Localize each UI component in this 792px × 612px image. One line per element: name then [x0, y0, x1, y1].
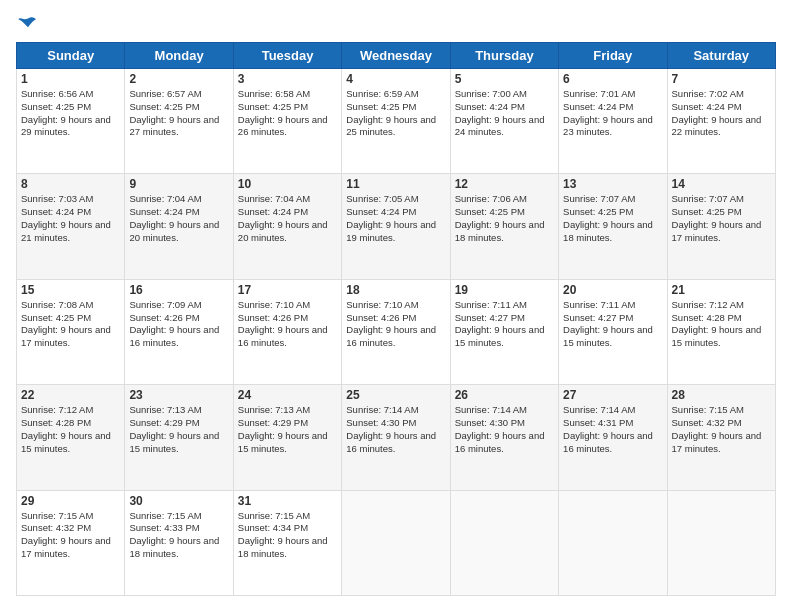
day-number: 18 [346, 283, 445, 297]
calendar-cell: 3Sunrise: 6:58 AMSunset: 4:25 PMDaylight… [233, 69, 341, 174]
cell-text: Sunrise: 7:01 AMSunset: 4:24 PMDaylight:… [563, 88, 653, 137]
cell-text: Sunrise: 7:14 AMSunset: 4:30 PMDaylight:… [455, 404, 545, 453]
day-number: 7 [672, 72, 771, 86]
calendar-cell: 20Sunrise: 7:11 AMSunset: 4:27 PMDayligh… [559, 279, 667, 384]
day-number: 27 [563, 388, 662, 402]
day-number: 3 [238, 72, 337, 86]
day-number: 10 [238, 177, 337, 191]
cell-text: Sunrise: 7:07 AMSunset: 4:25 PMDaylight:… [672, 193, 762, 242]
calendar-cell [559, 490, 667, 595]
calendar-cell [667, 490, 775, 595]
day-number: 25 [346, 388, 445, 402]
day-number: 16 [129, 283, 228, 297]
day-number: 23 [129, 388, 228, 402]
logo-bird-icon [18, 16, 38, 32]
calendar-cell: 1Sunrise: 6:56 AMSunset: 4:25 PMDaylight… [17, 69, 125, 174]
day-number: 4 [346, 72, 445, 86]
calendar-cell: 30Sunrise: 7:15 AMSunset: 4:33 PMDayligh… [125, 490, 233, 595]
calendar-cell: 4Sunrise: 6:59 AMSunset: 4:25 PMDaylight… [342, 69, 450, 174]
cell-text: Sunrise: 7:02 AMSunset: 4:24 PMDaylight:… [672, 88, 762, 137]
day-number: 6 [563, 72, 662, 86]
cell-text: Sunrise: 7:11 AMSunset: 4:27 PMDaylight:… [455, 299, 545, 348]
calendar-cell: 27Sunrise: 7:14 AMSunset: 4:31 PMDayligh… [559, 385, 667, 490]
logo-text [16, 16, 38, 32]
calendar-day-header: Friday [559, 43, 667, 69]
cell-text: Sunrise: 7:10 AMSunset: 4:26 PMDaylight:… [238, 299, 328, 348]
cell-text: Sunrise: 7:12 AMSunset: 4:28 PMDaylight:… [672, 299, 762, 348]
calendar-cell: 18Sunrise: 7:10 AMSunset: 4:26 PMDayligh… [342, 279, 450, 384]
cell-text: Sunrise: 7:15 AMSunset: 4:34 PMDaylight:… [238, 510, 328, 559]
calendar-day-header: Tuesday [233, 43, 341, 69]
logo [16, 16, 38, 32]
day-number: 24 [238, 388, 337, 402]
day-number: 21 [672, 283, 771, 297]
cell-text: Sunrise: 7:12 AMSunset: 4:28 PMDaylight:… [21, 404, 111, 453]
calendar-cell: 13Sunrise: 7:07 AMSunset: 4:25 PMDayligh… [559, 174, 667, 279]
calendar-header-row: SundayMondayTuesdayWednesdayThursdayFrid… [17, 43, 776, 69]
calendar-cell: 11Sunrise: 7:05 AMSunset: 4:24 PMDayligh… [342, 174, 450, 279]
calendar-cell: 21Sunrise: 7:12 AMSunset: 4:28 PMDayligh… [667, 279, 775, 384]
cell-text: Sunrise: 7:14 AMSunset: 4:30 PMDaylight:… [346, 404, 436, 453]
cell-text: Sunrise: 7:00 AMSunset: 4:24 PMDaylight:… [455, 88, 545, 137]
calendar-cell: 23Sunrise: 7:13 AMSunset: 4:29 PMDayligh… [125, 385, 233, 490]
day-number: 5 [455, 72, 554, 86]
day-number: 13 [563, 177, 662, 191]
calendar-week-row: 15Sunrise: 7:08 AMSunset: 4:25 PMDayligh… [17, 279, 776, 384]
cell-text: Sunrise: 7:11 AMSunset: 4:27 PMDaylight:… [563, 299, 653, 348]
calendar-cell: 29Sunrise: 7:15 AMSunset: 4:32 PMDayligh… [17, 490, 125, 595]
calendar-cell: 12Sunrise: 7:06 AMSunset: 4:25 PMDayligh… [450, 174, 558, 279]
calendar-week-row: 1Sunrise: 6:56 AMSunset: 4:25 PMDaylight… [17, 69, 776, 174]
calendar-cell [450, 490, 558, 595]
calendar-cell: 9Sunrise: 7:04 AMSunset: 4:24 PMDaylight… [125, 174, 233, 279]
calendar-cell: 17Sunrise: 7:10 AMSunset: 4:26 PMDayligh… [233, 279, 341, 384]
cell-text: Sunrise: 7:15 AMSunset: 4:32 PMDaylight:… [21, 510, 111, 559]
cell-text: Sunrise: 7:13 AMSunset: 4:29 PMDaylight:… [129, 404, 219, 453]
calendar-day-header: Sunday [17, 43, 125, 69]
cell-text: Sunrise: 7:09 AMSunset: 4:26 PMDaylight:… [129, 299, 219, 348]
calendar-cell: 7Sunrise: 7:02 AMSunset: 4:24 PMDaylight… [667, 69, 775, 174]
day-number: 2 [129, 72, 228, 86]
calendar-cell: 31Sunrise: 7:15 AMSunset: 4:34 PMDayligh… [233, 490, 341, 595]
cell-text: Sunrise: 7:06 AMSunset: 4:25 PMDaylight:… [455, 193, 545, 242]
header [16, 16, 776, 32]
day-number: 26 [455, 388, 554, 402]
day-number: 11 [346, 177, 445, 191]
calendar-day-header: Saturday [667, 43, 775, 69]
calendar-cell: 8Sunrise: 7:03 AMSunset: 4:24 PMDaylight… [17, 174, 125, 279]
calendar-cell: 14Sunrise: 7:07 AMSunset: 4:25 PMDayligh… [667, 174, 775, 279]
day-number: 28 [672, 388, 771, 402]
cell-text: Sunrise: 6:58 AMSunset: 4:25 PMDaylight:… [238, 88, 328, 137]
cell-text: Sunrise: 7:15 AMSunset: 4:32 PMDaylight:… [672, 404, 762, 453]
calendar-cell: 2Sunrise: 6:57 AMSunset: 4:25 PMDaylight… [125, 69, 233, 174]
calendar-cell: 15Sunrise: 7:08 AMSunset: 4:25 PMDayligh… [17, 279, 125, 384]
day-number: 14 [672, 177, 771, 191]
cell-text: Sunrise: 7:08 AMSunset: 4:25 PMDaylight:… [21, 299, 111, 348]
page: SundayMondayTuesdayWednesdayThursdayFrid… [0, 0, 792, 612]
calendar-day-header: Thursday [450, 43, 558, 69]
calendar-cell: 19Sunrise: 7:11 AMSunset: 4:27 PMDayligh… [450, 279, 558, 384]
calendar-cell: 16Sunrise: 7:09 AMSunset: 4:26 PMDayligh… [125, 279, 233, 384]
cell-text: Sunrise: 6:59 AMSunset: 4:25 PMDaylight:… [346, 88, 436, 137]
cell-text: Sunrise: 7:13 AMSunset: 4:29 PMDaylight:… [238, 404, 328, 453]
cell-text: Sunrise: 7:05 AMSunset: 4:24 PMDaylight:… [346, 193, 436, 242]
cell-text: Sunrise: 7:04 AMSunset: 4:24 PMDaylight:… [238, 193, 328, 242]
day-number: 20 [563, 283, 662, 297]
cell-text: Sunrise: 7:04 AMSunset: 4:24 PMDaylight:… [129, 193, 219, 242]
calendar-cell: 24Sunrise: 7:13 AMSunset: 4:29 PMDayligh… [233, 385, 341, 490]
day-number: 9 [129, 177, 228, 191]
day-number: 31 [238, 494, 337, 508]
day-number: 15 [21, 283, 120, 297]
calendar-cell: 22Sunrise: 7:12 AMSunset: 4:28 PMDayligh… [17, 385, 125, 490]
calendar-week-row: 29Sunrise: 7:15 AMSunset: 4:32 PMDayligh… [17, 490, 776, 595]
cell-text: Sunrise: 6:56 AMSunset: 4:25 PMDaylight:… [21, 88, 111, 137]
day-number: 12 [455, 177, 554, 191]
day-number: 29 [21, 494, 120, 508]
day-number: 1 [21, 72, 120, 86]
calendar-table: SundayMondayTuesdayWednesdayThursdayFrid… [16, 42, 776, 596]
calendar-cell: 10Sunrise: 7:04 AMSunset: 4:24 PMDayligh… [233, 174, 341, 279]
cell-text: Sunrise: 7:03 AMSunset: 4:24 PMDaylight:… [21, 193, 111, 242]
day-number: 30 [129, 494, 228, 508]
calendar-body: 1Sunrise: 6:56 AMSunset: 4:25 PMDaylight… [17, 69, 776, 596]
day-number: 17 [238, 283, 337, 297]
calendar-cell [342, 490, 450, 595]
